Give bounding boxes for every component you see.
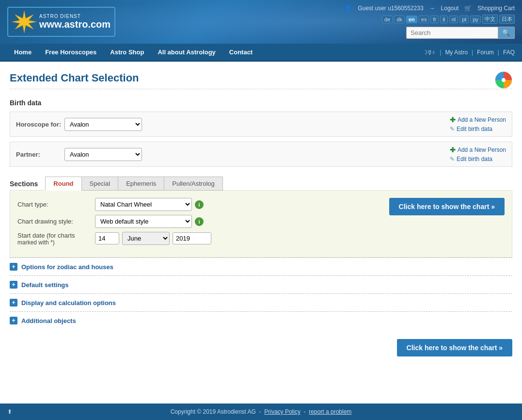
site-domain: www.astro.com xyxy=(39,19,111,30)
add-person-label-partner: Add a New Person xyxy=(458,146,506,153)
chart-type-info-icon[interactable]: i xyxy=(195,200,204,209)
search-button[interactable]: 🔍 xyxy=(498,27,515,39)
user-bar: 👤 Guest user u1560552233 → Logout 🛒 Shop… xyxy=(345,5,515,12)
partner-select[interactable]: Avalon xyxy=(64,148,142,161)
search-input[interactable] xyxy=(406,27,498,39)
tab-round[interactable]: Round xyxy=(45,177,81,191)
bottom-btn-area: Click here to show the chart » xyxy=(10,339,512,366)
nav-my-astro[interactable]: My Astro xyxy=(445,49,468,56)
partner-actions: ✚ Add a New Person ✎ Edit birth data xyxy=(450,146,506,162)
edit-birth-label-horoscope: Edit birth data xyxy=(457,126,492,132)
logo-area: ASTRO DIENST www.astro.com xyxy=(7,7,115,37)
nav-free-horoscopes[interactable]: Free Horoscopes xyxy=(38,44,103,61)
show-chart-btn-area-top: Click here to show the chart » xyxy=(375,198,505,215)
logo-box[interactable]: ASTRO DIENST www.astro.com xyxy=(7,7,115,37)
svg-point-1 xyxy=(20,18,28,26)
horoscope-actions: ✚ Add a New Person ✎ Edit birth data xyxy=(450,116,506,132)
expand-zodiac-label: Options for zodiac and houses xyxy=(21,263,113,271)
nav-forum[interactable]: Forum xyxy=(477,49,494,56)
sections-header: Sections Round Special Ephemeris Pullen/… xyxy=(10,177,512,191)
cart-link[interactable]: Shopping Cart xyxy=(477,5,515,12)
birth-data-label: Birth data xyxy=(10,99,512,107)
logout-icon: → xyxy=(429,5,435,12)
nav-left: Home Free Horoscopes Astro Shop All abou… xyxy=(7,44,259,61)
expand-default-label: Default settings xyxy=(21,281,69,289)
expand-plus-icon-zodiac: + xyxy=(10,263,17,271)
lang-it[interactable]: it xyxy=(440,16,448,23)
date-fields: JanuaryFebruaryMarch AprilMayJune JulyAu… xyxy=(95,232,211,245)
show-chart-button-top[interactable]: Click here to show the chart » xyxy=(389,198,505,215)
edit-birth-link-partner[interactable]: ✎ Edit birth data xyxy=(450,156,506,162)
chart-drawing-info-icon[interactable]: i xyxy=(195,217,204,226)
user-label: Guest user u1560552233 xyxy=(358,5,423,12)
chart-settings: Chart type: Natal Chart Wheel Astro Clic… xyxy=(10,190,512,258)
lang-ja[interactable]: 日本 xyxy=(499,15,515,24)
chart-type-select[interactable]: Natal Chart Wheel Astro Click Portrait S… xyxy=(95,198,192,211)
lang-py[interactable]: py xyxy=(470,16,481,23)
chart-type-label: Chart type: xyxy=(17,201,95,208)
date-label-sub: marked with *) xyxy=(17,239,95,246)
plus-icon: ✚ xyxy=(450,116,456,124)
date-day-input[interactable] xyxy=(95,232,119,244)
partner-left: Partner: Avalon xyxy=(16,148,450,161)
expand-plus-icon-display: + xyxy=(10,299,17,307)
nav-faq[interactable]: FAQ xyxy=(503,49,515,56)
chart-drawing-select[interactable]: Web default style Astrodienst style Clas… xyxy=(95,215,192,228)
horoscope-label: Horoscope for: xyxy=(16,121,64,128)
nav-astro-shop[interactable]: Astro Shop xyxy=(103,44,151,61)
cart-icon: 🛒 xyxy=(464,5,472,12)
partner-row: Partner: Avalon ✚ Add a New Person ✎ Edi… xyxy=(10,142,512,167)
horoscope-select[interactable]: Avalon xyxy=(64,118,142,131)
tab-pullen[interactable]: Pullen/Astrolog xyxy=(164,177,222,191)
chart-drawing-row: Chart drawing style: Web default style A… xyxy=(17,215,375,228)
partner-label: Partner: xyxy=(16,151,64,158)
start-date-row: Start date (for charts marked with *) Ja… xyxy=(17,232,375,246)
expandable-sections: + Options for zodiac and houses + Defaul… xyxy=(10,258,512,329)
show-chart-button-bottom[interactable]: Click here to show the chart » xyxy=(397,339,512,356)
add-person-link-horoscope[interactable]: ✚ Add a New Person xyxy=(450,116,506,124)
search-bar: 🔍 xyxy=(406,27,515,39)
header-right: 👤 Guest user u1560552233 → Logout 🛒 Shop… xyxy=(345,5,515,39)
date-month-select[interactable]: JanuaryFebruaryMarch AprilMayJune JulyAu… xyxy=(122,232,170,245)
logo-text: ASTRO DIENST www.astro.com xyxy=(39,14,111,30)
date-label-wrap: Start date (for charts marked with *) xyxy=(17,232,95,246)
tab-special[interactable]: Special xyxy=(81,177,118,191)
expand-display[interactable]: + Display and calculation options xyxy=(10,293,512,311)
expand-plus-icon-additional: + xyxy=(10,317,17,324)
expand-additional[interactable]: + Additional objects xyxy=(10,311,512,329)
lang-dk[interactable]: dk xyxy=(394,16,405,23)
chart-settings-inner: Chart type: Natal Chart Wheel Astro Clic… xyxy=(17,198,505,250)
person-icon: 👤 xyxy=(345,5,352,12)
nav-home[interactable]: Home xyxy=(7,44,38,61)
tabs: Round Special Ephemeris Pullen/Astrolog xyxy=(45,177,222,191)
nav-contact[interactable]: Contact xyxy=(222,44,259,61)
lang-fr[interactable]: fr xyxy=(430,16,439,23)
plus-icon-partner: ✚ xyxy=(450,146,456,154)
page-title: Extended Chart Selection xyxy=(10,72,139,84)
nav-about-astrology[interactable]: All about Astrology xyxy=(151,44,222,61)
lang-en[interactable]: en xyxy=(406,16,417,23)
sections-label: Sections xyxy=(10,180,38,188)
edit-birth-label-partner: Edit birth data xyxy=(457,156,492,162)
lang-pt[interactable]: pt xyxy=(459,16,469,23)
lang-zh[interactable]: 中文 xyxy=(482,15,498,24)
expand-display-label: Display and calculation options xyxy=(21,299,116,307)
chart-type-row: Chart type: Natal Chart Wheel Astro Clic… xyxy=(17,198,375,211)
language-bar: de dk en es fr it nl pt py 中文 日本 xyxy=(382,15,515,24)
nav-right: ☽☿♀ | My Astro | Forum | FAQ xyxy=(423,49,515,56)
tab-ephemeris[interactable]: Ephemeris xyxy=(118,177,164,191)
expand-default[interactable]: + Default settings xyxy=(10,275,512,293)
pencil-icon-horoscope: ✎ xyxy=(450,126,455,132)
navigation-bar: Home Free Horoscopes Astro Shop All abou… xyxy=(0,44,522,62)
lang-de[interactable]: de xyxy=(382,16,393,23)
logo-brand: ASTRO DIENST xyxy=(39,14,111,19)
add-person-label-horoscope: Add a New Person xyxy=(458,116,506,123)
date-year-input[interactable] xyxy=(173,232,211,244)
logout-link[interactable]: Logout xyxy=(441,5,459,12)
lang-es[interactable]: es xyxy=(419,16,429,23)
svg-point-3 xyxy=(502,78,506,82)
expand-zodiac[interactable]: + Options for zodiac and houses xyxy=(10,258,512,275)
lang-nl[interactable]: nl xyxy=(449,16,459,23)
add-person-link-partner[interactable]: ✚ Add a New Person xyxy=(450,146,506,154)
edit-birth-link-horoscope[interactable]: ✎ Edit birth data xyxy=(450,126,506,132)
